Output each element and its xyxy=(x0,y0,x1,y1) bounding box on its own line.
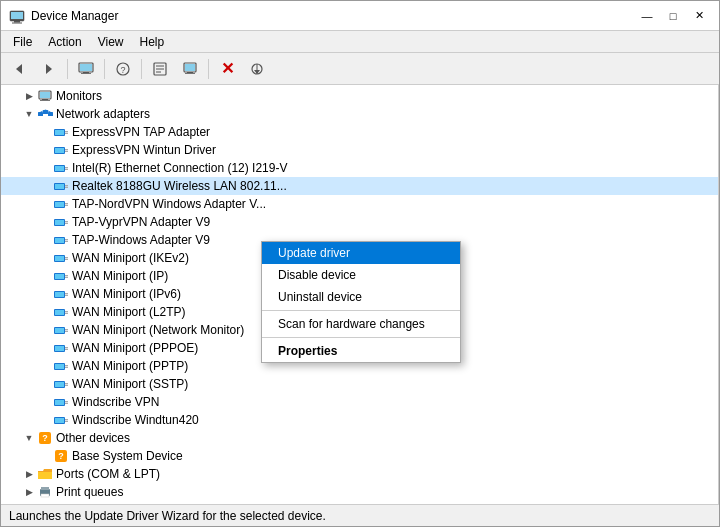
svg-rect-89 xyxy=(55,382,64,387)
minimize-button[interactable]: — xyxy=(635,6,659,26)
svg-rect-71 xyxy=(65,294,68,295)
tree-item-expressvpn-wintun[interactable]: ▶ ExpressVPN Wintun Driver xyxy=(1,141,718,159)
tree-item-nordvpn[interactable]: ▶ TAP-NordVPN Windows Adapter V... xyxy=(1,195,718,213)
svg-rect-59 xyxy=(65,240,68,241)
ctx-uninstall-device[interactable]: Uninstall device xyxy=(262,286,460,308)
wan-ikev2-label: WAN Miniport (IKEv2) xyxy=(72,251,189,265)
content-area: ▶ Monitors ▼ Network adapters ▶ xyxy=(1,85,719,504)
expand-monitors[interactable]: ▶ xyxy=(21,88,37,104)
realtek-label: Realtek 8188GU Wireless LAN 802.11... xyxy=(72,179,287,193)
svg-rect-75 xyxy=(65,312,68,313)
other-devices-icon: ? xyxy=(37,430,53,446)
wan-l2tp-label: WAN Miniport (L2TP) xyxy=(72,305,186,319)
svg-rect-79 xyxy=(65,330,68,331)
tree-pane[interactable]: ▶ Monitors ▼ Network adapters ▶ xyxy=(1,85,719,504)
toolbar-sep-3 xyxy=(141,59,142,79)
ctx-update-driver[interactable]: Update driver xyxy=(262,242,460,264)
svg-rect-19 xyxy=(185,73,195,74)
svg-rect-45 xyxy=(55,184,64,189)
close-button[interactable]: ✕ xyxy=(687,6,711,26)
tree-item-windscribe-vpn[interactable]: ▶ Windscribe VPN xyxy=(1,393,718,411)
adapter-icon-3 xyxy=(53,160,69,176)
adapter-icon-2 xyxy=(53,142,69,158)
maximize-button[interactable]: □ xyxy=(661,6,685,26)
svg-rect-25 xyxy=(42,99,48,100)
svg-rect-37 xyxy=(55,148,64,153)
processors-label: Processors xyxy=(56,503,116,504)
update-driver-toolbar-button[interactable] xyxy=(176,56,204,82)
svg-rect-62 xyxy=(65,257,68,258)
menu-help[interactable]: Help xyxy=(132,33,173,51)
svg-rect-33 xyxy=(55,130,64,135)
svg-marker-5 xyxy=(46,64,52,74)
ctx-properties[interactable]: Properties xyxy=(262,340,460,362)
title-controls: — □ ✕ xyxy=(635,6,711,26)
expand-ports[interactable]: ▶ xyxy=(21,466,37,482)
windscribe-tun-label: Windscribe Windtun420 xyxy=(72,413,199,427)
svg-rect-83 xyxy=(65,348,68,349)
adapter-icon-11 xyxy=(53,304,69,320)
tree-item-print-queues[interactable]: ▶ Print queues xyxy=(1,483,718,501)
svg-rect-65 xyxy=(55,274,64,279)
tree-item-vyprvpn[interactable]: ▶ TAP-VyprVPN Adapter V9 xyxy=(1,213,718,231)
tree-item-processors[interactable]: ▶ Processors xyxy=(1,501,718,504)
properties-button[interactable] xyxy=(146,56,174,82)
ctx-scan-changes[interactable]: Scan for hardware changes xyxy=(262,313,460,335)
delete-button[interactable]: ✕ xyxy=(213,56,241,82)
app-icon xyxy=(9,8,25,24)
ports-label: Ports (COM & LPT) xyxy=(56,467,160,481)
svg-rect-34 xyxy=(65,131,68,132)
expand-network[interactable]: ▼ xyxy=(21,106,37,122)
adapter-icon-10 xyxy=(53,286,69,302)
computer-button[interactable] xyxy=(72,56,100,82)
nordvpn-label: TAP-NordVPN Windows Adapter V... xyxy=(72,197,266,211)
wan-pptp-label: WAN Miniport (PPTP) xyxy=(72,359,188,373)
tree-item-other-devices[interactable]: ▼ ? Other devices xyxy=(1,429,718,447)
svg-rect-18 xyxy=(187,72,193,73)
expand-processors[interactable]: ▶ xyxy=(21,502,37,504)
svg-rect-1 xyxy=(11,12,23,19)
monitors-label: Monitors xyxy=(56,89,102,103)
tree-item-realtek[interactable]: ▶ Realtek 8188GU Wireless LAN 802.11... xyxy=(1,177,718,195)
svg-rect-97 xyxy=(55,418,64,423)
other-devices-label: Other devices xyxy=(56,431,130,445)
tree-item-base-system[interactable]: ▶ ? Base System Device xyxy=(1,447,718,465)
svg-rect-27 xyxy=(38,112,43,116)
wan-netmon-label: WAN Miniport (Network Monitor) xyxy=(72,323,244,337)
wan-sstp-label: WAN Miniport (SSTP) xyxy=(72,377,188,391)
tree-item-network-adapters[interactable]: ▼ Network adapters xyxy=(1,105,718,123)
tree-item-monitors[interactable]: ▶ Monitors xyxy=(1,87,718,105)
svg-marker-4 xyxy=(16,64,22,74)
svg-rect-73 xyxy=(55,310,64,315)
expand-print[interactable]: ▶ xyxy=(21,484,37,500)
svg-rect-54 xyxy=(65,221,68,222)
adapter-icon-13 xyxy=(53,340,69,356)
base-system-icon: ? xyxy=(53,448,69,464)
ctx-disable-device[interactable]: Disable device xyxy=(262,264,460,286)
menu-view[interactable]: View xyxy=(90,33,132,51)
wan-ipv6-label: WAN Miniport (IPv6) xyxy=(72,287,181,301)
windscribe-vpn-label: Windscribe VPN xyxy=(72,395,159,409)
intel-eth-label: Intel(R) Ethernet Connection (12) I219-V xyxy=(72,161,287,175)
menu-file[interactable]: File xyxy=(5,33,40,51)
adapter-icon-4 xyxy=(53,178,69,194)
expand-other[interactable]: ▼ xyxy=(21,430,37,446)
tree-item-wan-sstp[interactable]: ▶ WAN Miniport (SSTP) xyxy=(1,375,718,393)
adapter-icon-1 xyxy=(53,124,69,140)
svg-text:?: ? xyxy=(120,65,125,75)
tree-item-intel-eth[interactable]: ▶ Intel(R) Ethernet Connection (12) I219… xyxy=(1,159,718,177)
menu-action[interactable]: Action xyxy=(40,33,89,51)
help-button[interactable]: ? xyxy=(109,56,137,82)
tree-item-ports[interactable]: ▶ Ports (COM & LPT) xyxy=(1,465,718,483)
toolbar-sep-1 xyxy=(67,59,68,79)
svg-rect-17 xyxy=(185,64,195,71)
expressvpn-wintun-label: ExpressVPN Wintun Driver xyxy=(72,143,216,157)
svg-rect-8 xyxy=(83,72,89,73)
forward-button[interactable] xyxy=(35,56,63,82)
tree-item-windscribe-tun[interactable]: ▶ Windscribe Windtun420 xyxy=(1,411,718,429)
scan-button[interactable] xyxy=(243,56,271,82)
tree-item-expressvpn-tap[interactable]: ▶ ExpressVPN TAP Adapter xyxy=(1,123,718,141)
back-button[interactable] xyxy=(5,56,33,82)
svg-rect-69 xyxy=(55,292,64,297)
svg-rect-87 xyxy=(65,366,68,367)
